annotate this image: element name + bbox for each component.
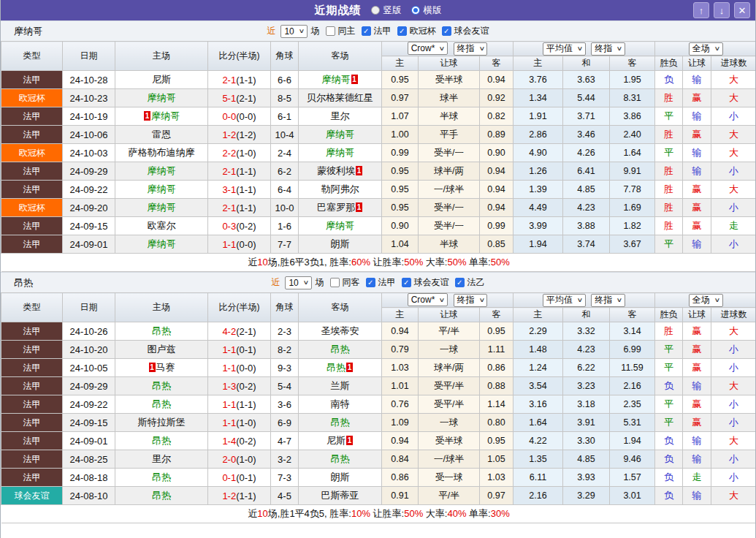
summary-segment: 大率:	[423, 508, 447, 519]
filter-checkbox[interactable]: ✓	[366, 278, 375, 287]
avg-draw: 6.22	[563, 359, 610, 377]
odds-home: 0.86	[382, 469, 419, 487]
filter-checkbox[interactable]: ✓	[397, 26, 407, 36]
fulltime-score: 1-1	[222, 417, 236, 428]
final-odds-select[interactable]: 终指∨	[454, 294, 488, 307]
home-team-cell: 雷恩	[115, 126, 208, 144]
match-count-value: 10	[289, 278, 298, 288]
vertical-layout-radio[interactable]	[371, 6, 380, 15]
odds-home: 0.84	[382, 450, 419, 469]
odds-home: 1.00	[382, 126, 419, 144]
match-date: 24-09-20	[63, 199, 115, 217]
match-date: 24-09-29	[63, 377, 115, 395]
league-badge: 法甲	[1, 126, 63, 144]
away-team-cell: 巴塞罗那1	[299, 199, 382, 217]
fulltime-select[interactable]: 全场∨	[689, 294, 723, 307]
final-odds-select[interactable]: 终指∨	[591, 294, 625, 307]
odds-away: 0.94	[480, 199, 513, 217]
filter-checkbox[interactable]: ✓	[362, 26, 371, 36]
avg-draw: 4.85	[563, 181, 610, 199]
horizontal-layout-radio[interactable]	[411, 6, 420, 15]
league-badge: 法甲	[1, 432, 63, 450]
halftime-score: (1-1)	[236, 490, 256, 501]
avg-home: 2.16	[513, 487, 563, 505]
close-button[interactable]: ✕	[734, 2, 750, 18]
score-cell: 1-1(0-0)	[208, 359, 271, 377]
red-card-badge: 1	[356, 166, 362, 175]
team-name-text: 朗斯	[331, 238, 350, 249]
odds-handicap: 球半/两	[419, 359, 480, 377]
summary-row: 近10场,胜6平3负1, 胜率:60% 让胜率:50% 大率:50% 单率:50…	[1, 254, 756, 272]
summary-segment: 近	[248, 508, 257, 519]
summary-segment: 50%	[404, 257, 423, 268]
match-date: 24-10-23	[63, 89, 115, 107]
league-badge: 法甲	[1, 469, 63, 487]
score-cell: 2-0(1-0)	[208, 450, 271, 469]
result-winloss: 平	[655, 107, 683, 126]
horizontal-layout-label: 横版	[424, 4, 442, 17]
result-winloss: 胜	[655, 89, 683, 107]
match-date: 24-10-19	[63, 107, 115, 126]
odds-away: 0.92	[480, 89, 513, 107]
average-select[interactable]: 平均值∨	[543, 42, 586, 56]
team-name-text: 摩纳哥	[322, 74, 351, 85]
summary-segment: 60%	[351, 257, 370, 268]
result-goals: 小	[711, 469, 756, 487]
filter-checkbox[interactable]: ✓	[442, 26, 451, 36]
team-name: 摩纳哥	[14, 25, 42, 38]
match-count-select[interactable]: 10∨	[280, 25, 307, 38]
chevron-down-icon: ∨	[439, 45, 446, 52]
match-row: 球会友谊24-08-10昂热1-2(1-1)4-5巴斯蒂亚0.91平/半0.97…	[1, 487, 756, 505]
avg-away: 9.91	[610, 162, 655, 181]
summary-segment: 单率:	[466, 257, 490, 268]
fulltime-select[interactable]: 全场∨	[689, 42, 723, 56]
col-header-result-handicap: 让球	[683, 308, 711, 322]
average-select-group: 平均值∨ 终指∨	[513, 42, 655, 56]
bookmaker-select[interactable]: Crow*∨	[408, 42, 448, 55]
score-cell: 0-3(0-2)	[208, 217, 271, 235]
team-name-text: 摩纳哥	[326, 129, 354, 140]
result-winloss: 胜	[655, 162, 683, 181]
final-odds-select[interactable]: 终指∨	[591, 42, 625, 56]
summary-segment: 场,胜1平4负5, 胜率:	[268, 508, 351, 519]
summary-segment: 让胜率:	[370, 508, 404, 519]
chevron-down-icon: ∨	[714, 297, 720, 303]
score-cell: 1-4(0-2)	[208, 432, 271, 450]
league-badge: 法甲	[1, 414, 63, 432]
result-goals: 大	[711, 322, 756, 341]
col-header-avg-home: 主	[513, 308, 563, 322]
team-filter-row: 昂热 近10∨场同客✓法甲✓球会友谊✓法乙	[1, 272, 755, 292]
result-goals: 大	[711, 487, 756, 505]
bookmaker-select-value: Crow*	[411, 43, 435, 53]
team-name-text: 昂热	[152, 380, 171, 391]
filter-checkbox[interactable]: ✓	[402, 278, 411, 287]
filter-checkbox[interactable]: ✓	[455, 278, 465, 287]
team-name-text: 里尔	[331, 110, 350, 121]
odds-home: 0.99	[382, 144, 419, 162]
bookmaker-select[interactable]: Crow*∨	[408, 293, 448, 306]
odds-away: 0.94	[480, 181, 513, 199]
move-down-button[interactable]: ↓	[714, 2, 730, 18]
average-select[interactable]: 平均值∨	[543, 294, 586, 307]
avg-draw: 3.29	[563, 487, 610, 505]
result-handicap: 赢	[683, 199, 711, 217]
filter-checkbox[interactable]	[330, 278, 340, 287]
fulltime-score: 1-2	[222, 129, 236, 140]
match-count-select[interactable]: 10∨	[285, 276, 311, 289]
avg-home: 3.99	[513, 217, 563, 235]
matches-unit-label: 场	[311, 25, 320, 37]
chevron-down-icon: ∨	[714, 45, 720, 52]
col-header-corner: 角球	[271, 42, 299, 71]
summary-segment: 单率:	[466, 508, 490, 519]
fulltime-score: 1-1	[222, 399, 236, 410]
filter-checkbox[interactable]	[326, 26, 335, 36]
odds-away: 0.99	[480, 217, 513, 235]
avg-draw: 3.74	[563, 235, 610, 254]
odds-handicap: 受一球	[419, 469, 480, 487]
halftime-score: (1-2)	[236, 129, 256, 140]
halftime-score: (1-0)	[236, 454, 256, 465]
odds-away: 1.14	[480, 395, 513, 414]
move-up-button[interactable]: ↑	[693, 2, 709, 18]
odds-home: 0.97	[382, 89, 419, 107]
final-odds-select[interactable]: 终指∨	[454, 42, 488, 56]
